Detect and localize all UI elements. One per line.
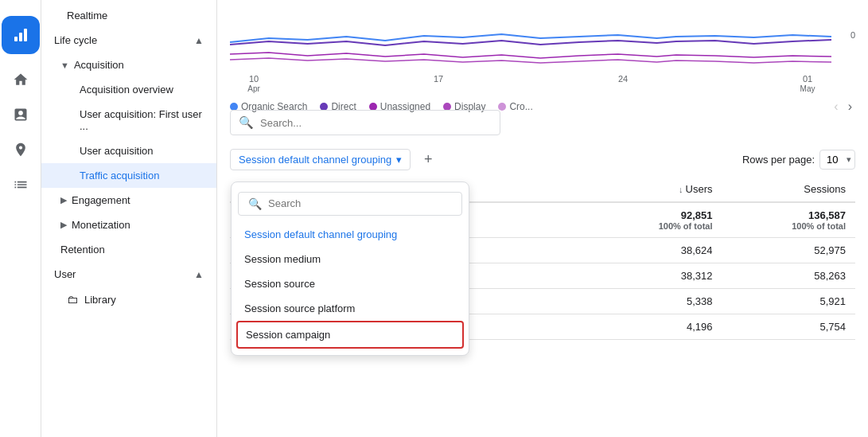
nav-realtime-label: Realtime: [67, 10, 107, 21]
chart-area: 10Apr 17 24 01May 0 Organic Search Direc…: [217, 0, 868, 103]
acquisition-arrow-icon: ▼: [60, 60, 69, 70]
toolbar-row: Session default channel grouping ▾ 🔍 Ses…: [230, 148, 855, 170]
dropdown-item-1[interactable]: Session medium: [232, 247, 469, 271]
search-icon: 🔍: [239, 115, 254, 130]
nav-retention[interactable]: Retention: [41, 237, 216, 262]
rows-per-page-control: Rows per page: 10 25 50: [742, 150, 855, 170]
chart-x-labels: 10Apr 17 24 01May: [230, 72, 831, 95]
nav-icon-explore[interactable]: [5, 134, 37, 166]
nav-acquisition-parent[interactable]: ▼ Acquisition: [41, 53, 216, 77]
svg-rect-1: [19, 33, 22, 41]
col-header-users[interactable]: ↓ Users: [589, 177, 722, 202]
rows-select-wrap[interactable]: 10 25 50: [819, 150, 855, 170]
nav-icon-reports[interactable]: [5, 99, 37, 131]
nav-library[interactable]: 🗀 Library: [41, 287, 216, 312]
nav-monetization-parent[interactable]: ▶ Monetization: [41, 213, 216, 237]
table-area: 🔍 Session default channel grouping ▾ 🔍 S…: [217, 103, 868, 437]
section-lifecycle[interactable]: Life cycle ▲: [41, 28, 216, 53]
monetization-arrow-icon: ▶: [60, 220, 67, 230]
sidebar-wrapper: Realtime Life cycle ▲ ▼ Acquisition Acqu…: [0, 0, 217, 437]
total-sessions: 136,587 100% of total: [722, 202, 855, 238]
monetization-label: Monetization: [72, 219, 130, 231]
section-user[interactable]: User ▲: [41, 262, 216, 287]
row-sessions: 5,921: [722, 289, 855, 314]
rows-per-page-label: Rows per page:: [742, 154, 815, 166]
dropdown-item-2[interactable]: Session source: [232, 271, 469, 296]
user-acq-first-label: User acquisition: First user ...: [80, 108, 204, 132]
user-acq-label: User acquisition: [80, 145, 154, 157]
col-users-label: Users: [686, 183, 713, 195]
svg-rect-2: [24, 29, 27, 41]
nav-user-acq-first[interactable]: User acquisition: First user ...: [41, 102, 216, 139]
x-label-24: 24: [599, 74, 647, 93]
sidebar-left-icons: [0, 0, 41, 437]
dropdown-item-0[interactable]: Session default channel grouping: [232, 222, 469, 247]
acquisition-overview-label: Acquisition overview: [80, 84, 173, 96]
dimension-dropdown-icon: ▾: [396, 154, 402, 166]
retention-label: Retention: [60, 244, 105, 256]
row-users: 38,624: [589, 238, 722, 263]
col-header-sessions[interactable]: Sessions: [722, 177, 855, 202]
user-label: User: [54, 268, 76, 280]
user-collapse-icon: ▲: [194, 269, 204, 280]
library-label: Library: [84, 294, 116, 306]
dropdown-item-3-label: Session source platform: [244, 302, 355, 314]
app-logo[interactable]: [2, 16, 40, 54]
rows-per-page-select[interactable]: 10 25 50: [819, 150, 855, 170]
row-sessions: 52,975: [722, 238, 855, 263]
dropdown-item-2-label: Session source: [244, 278, 315, 290]
nav-engagement-parent[interactable]: ▶ Engagement: [41, 188, 216, 213]
lifecycle-collapse-icon: ▲: [194, 35, 204, 46]
dropdown-item-4[interactable]: Session campaign: [236, 321, 464, 349]
engagement-arrow-icon: ▶: [60, 195, 67, 205]
col-sessions-label: Sessions: [804, 183, 846, 195]
row-users: 4,196: [589, 314, 722, 340]
dropdown-item-3[interactable]: Session source platform: [232, 296, 469, 321]
nav-icon-home[interactable]: [5, 64, 37, 96]
dropdown-search-icon: 🔍: [248, 197, 262, 210]
row-sessions: 5,754: [722, 314, 855, 340]
nav-traffic-acq[interactable]: Traffic acquisition: [41, 163, 216, 188]
dropdown-item-4-label: Session campaign: [246, 329, 330, 341]
dimension-selector[interactable]: Session default channel grouping ▾ 🔍 Ses…: [230, 149, 411, 170]
acquisition-label: Acquisition: [74, 59, 124, 71]
engagement-label: Engagement: [72, 194, 130, 206]
nav-user-acq[interactable]: User acquisition: [41, 139, 216, 163]
svg-rect-0: [14, 37, 18, 41]
row-users: 5,338: [589, 289, 722, 314]
dropdown-search-bar[interactable]: 🔍: [238, 192, 462, 216]
dimension-dropdown: 🔍 Session default channel grouping Sessi…: [231, 181, 469, 356]
sidebar-main-nav: Realtime Life cycle ▲ ▼ Acquisition Acqu…: [41, 0, 216, 437]
x-label-10: 10Apr: [230, 74, 278, 93]
library-folder-icon: 🗀: [67, 293, 78, 306]
nav-acquisition-overview[interactable]: Acquisition overview: [41, 77, 216, 102]
search-bar[interactable]: 🔍: [230, 110, 500, 135]
traffic-acq-label: Traffic acquisition: [80, 170, 159, 181]
x-label-17: 17: [415, 74, 462, 93]
total-users: 92,851 100% of total: [589, 202, 722, 238]
x-label-01: 01May: [784, 74, 831, 93]
nav-icon-list[interactable]: [5, 169, 37, 201]
main-content: 10Apr 17 24 01May 0 Organic Search Direc…: [217, 0, 868, 437]
chart-y-label: 0: [831, 6, 855, 40]
dropdown-item-0-label: Session default channel grouping: [244, 228, 397, 240]
dropdown-search-input[interactable]: [268, 197, 452, 209]
row-users: 38,312: [589, 263, 722, 289]
sort-icon: ↓: [679, 185, 686, 194]
search-input[interactable]: [260, 117, 492, 129]
line-chart: [230, 6, 831, 70]
dimension-label: Session default channel grouping: [239, 154, 391, 166]
row-sessions: 58,263: [722, 263, 855, 289]
add-dimension-button[interactable]: +: [417, 148, 439, 170]
add-icon: +: [424, 151, 433, 168]
lifecycle-label: Life cycle: [54, 34, 97, 46]
nav-realtime[interactable]: Realtime: [41, 3, 216, 28]
dropdown-item-1-label: Session medium: [244, 253, 321, 265]
